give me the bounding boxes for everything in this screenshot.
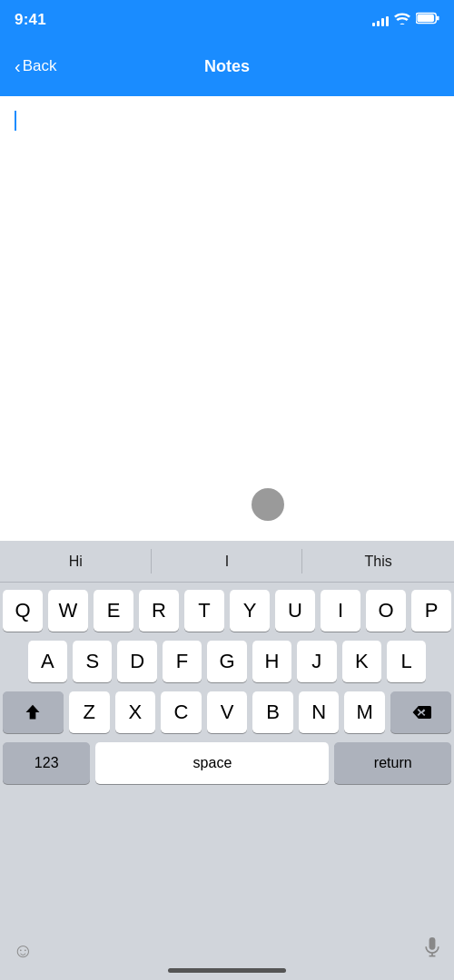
text-cursor	[15, 111, 16, 131]
numeric-key[interactable]: 123	[3, 742, 90, 784]
keys-container: Q W E R T Y U I O P A S D F G H J K L	[0, 583, 454, 931]
key-w[interactable]: W	[48, 590, 88, 632]
signal-icon	[372, 14, 389, 26]
nav-bar: ‹ Back Notes	[0, 40, 454, 96]
key-row-1: Q W E R T Y U I O P	[3, 590, 451, 632]
predictive-bar: Hi I This	[0, 541, 454, 583]
key-d[interactable]: D	[117, 641, 156, 682]
back-chevron-icon: ‹	[15, 57, 21, 75]
predictive-item-hi[interactable]: Hi	[0, 541, 152, 582]
back-label: Back	[23, 57, 57, 75]
key-u[interactable]: U	[275, 590, 315, 632]
key-z[interactable]: Z	[69, 691, 110, 733]
key-r[interactable]: R	[139, 590, 179, 632]
key-a[interactable]: A	[28, 641, 67, 682]
key-p[interactable]: P	[411, 590, 451, 632]
space-key[interactable]: space	[95, 742, 329, 784]
key-k[interactable]: K	[342, 641, 381, 682]
delete-key[interactable]	[390, 691, 451, 733]
key-l[interactable]: L	[387, 641, 426, 682]
predictive-item-this[interactable]: This	[302, 541, 454, 582]
key-e[interactable]: E	[94, 590, 133, 632]
status-bar: 9:41	[0, 0, 454, 40]
content-area[interactable]	[0, 96, 454, 541]
svg-rect-1	[417, 15, 434, 22]
wifi-icon	[394, 12, 410, 28]
key-row-3: Z X C V B N M	[3, 691, 451, 733]
spacer-right	[431, 641, 451, 682]
key-h[interactable]: H	[252, 641, 291, 682]
key-j[interactable]: J	[297, 641, 336, 682]
key-c[interactable]: C	[161, 691, 202, 733]
key-n[interactable]: N	[299, 691, 340, 733]
key-s[interactable]: S	[73, 641, 112, 682]
keyboard-area: Hi I This Q W E R T Y U I O P A S D F G …	[0, 541, 454, 980]
status-icons	[372, 12, 439, 28]
microphone-icon[interactable]	[423, 937, 441, 965]
key-f[interactable]: F	[163, 641, 202, 682]
key-o[interactable]: O	[366, 590, 406, 632]
key-q[interactable]: Q	[3, 590, 43, 632]
spacer-left	[3, 641, 23, 682]
return-key[interactable]: return	[334, 742, 451, 784]
back-button[interactable]: ‹ Back	[7, 50, 64, 83]
key-i[interactable]: I	[321, 590, 360, 632]
nav-title: Notes	[204, 57, 250, 76]
home-indicator	[168, 968, 286, 973]
key-t[interactable]: T	[184, 590, 224, 632]
battery-icon	[416, 12, 439, 28]
bottom-bar: ☺	[0, 931, 454, 980]
status-time: 9:41	[15, 11, 46, 29]
shift-key[interactable]	[3, 691, 64, 733]
key-row-2: A S D F G H J K L	[3, 641, 451, 682]
touch-indicator	[252, 488, 284, 521]
svg-rect-3	[429, 937, 436, 950]
predictive-item-i[interactable]: I	[152, 541, 303, 582]
emoji-icon[interactable]: ☺	[13, 939, 33, 963]
key-y[interactable]: Y	[230, 590, 270, 632]
key-g[interactable]: G	[207, 641, 246, 682]
key-row-4: 123 space return	[3, 742, 451, 784]
key-v[interactable]: V	[207, 691, 248, 733]
key-b[interactable]: B	[252, 691, 293, 733]
svg-rect-2	[437, 16, 439, 21]
key-x[interactable]: X	[115, 691, 156, 733]
key-m[interactable]: M	[344, 691, 385, 733]
